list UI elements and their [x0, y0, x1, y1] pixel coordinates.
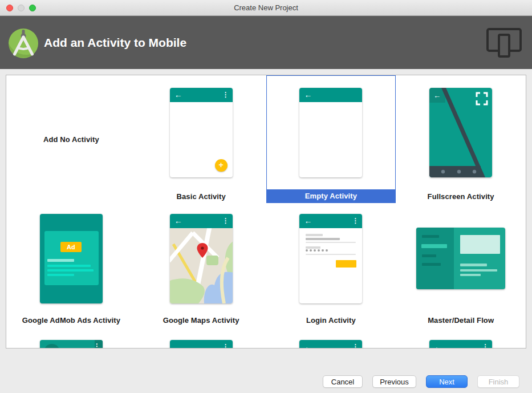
template-cell-basic-activity[interactable]: ← ⋮ + Basic Activity [136, 75, 266, 203]
placeholder-line [47, 269, 94, 272]
detail-hero-box [460, 235, 500, 254]
gallery-grid: Add No Activity ← ⋮ + Basic Activity ← [6, 75, 526, 349]
placeholder-line [47, 265, 91, 267]
placeholder-line [47, 259, 74, 262]
basic-activity-thumbnail: ← ⋮ + [170, 88, 233, 177]
activity-thumbnail: ← ⋮ [429, 340, 492, 349]
template-cell-google-maps-activity[interactable]: ← ⋮ [136, 203, 266, 334]
placeholder-line [460, 264, 487, 266]
zoom-button[interactable] [29, 5, 36, 11]
back-arrow-icon: ← [174, 90, 182, 100]
placeholder-line [460, 269, 497, 272]
android-studio-logo-icon [8, 27, 39, 59]
ad-badge: Ad [60, 242, 82, 252]
password-dots [306, 249, 328, 252]
back-arrow-icon: ← [304, 216, 312, 226]
placeholder-line [306, 234, 323, 236]
window-controls [6, 5, 36, 11]
app-bar: ← ⋮ [170, 214, 233, 228]
template-label: Fullscreen Activity [396, 190, 526, 203]
maps-activity-thumbnail: ← ⋮ [170, 214, 233, 303]
wizard-header: Add an Activity to Mobile [0, 16, 532, 69]
template-label: Master/Detail Flow [396, 314, 526, 327]
placeholder-line [422, 235, 439, 238]
footer-buttons: Cancel Previous Next Finish [323, 375, 519, 388]
app-bar: ← [299, 88, 362, 102]
template-label: Google Maps Activity [136, 314, 266, 327]
minimize-button [18, 5, 25, 11]
activity-gallery: Add No Activity ← ⋮ + Basic Activity ← [6, 75, 526, 349]
previous-button[interactable]: Previous [372, 375, 416, 388]
master-list-panel [416, 228, 454, 289]
template-cell-row3-activity-3[interactable]: ← ⋮ [266, 334, 396, 349]
wizard-footer: Cancel Previous Next Finish [0, 349, 532, 393]
cancel-button[interactable]: Cancel [323, 375, 363, 388]
overflow-menu-icon: ⋮ [222, 342, 229, 349]
next-button[interactable]: Next [426, 375, 468, 388]
fab-plus-icon: + [215, 159, 228, 172]
template-cell-add-no-activity[interactable]: Add No Activity [6, 75, 136, 203]
close-button[interactable] [6, 5, 13, 11]
login-activity-thumbnail: ← ⋮ [299, 214, 362, 303]
placeholder-line [422, 254, 436, 257]
page-title: Add an Activity to Mobile [44, 36, 186, 50]
drawer-avatar-circle [44, 344, 60, 349]
template-label: Add No Activity [6, 75, 136, 203]
overflow-menu-icon: ⋮ [222, 90, 229, 99]
admob-activity-thumbnail: Ad [40, 214, 103, 303]
template-cell-row3-activity-4[interactable]: ← ⋮ [396, 334, 526, 349]
window-title: Create New Project [0, 3, 532, 12]
app-bar: ← ⋮ [170, 88, 233, 102]
template-cell-google-admob-ads-activity[interactable]: Ad Google AdMob Ads Activity [6, 203, 136, 334]
overflow-menu-icon: ⋮ [222, 216, 229, 225]
placeholder-line [460, 274, 481, 276]
overflow-menu-icon: ⋮ [482, 342, 489, 349]
template-cell-navigation-drawer-activity[interactable]: ⋮ [6, 334, 136, 349]
back-arrow-icon: ← [433, 91, 441, 100]
template-label: Basic Activity [136, 190, 266, 203]
template-cell-login-activity[interactable]: ← ⋮ Login Activity [266, 203, 396, 334]
placeholder-line [422, 263, 441, 266]
placeholder-line [306, 246, 320, 249]
template-label-selected: Empty Activity [267, 189, 396, 202]
overflow-menu-icon: ⋮ [352, 216, 359, 225]
template-cell-scrolling-activity[interactable]: ⋮ [136, 334, 266, 349]
drawer-right-strip: ⋮ [95, 340, 103, 349]
login-button-graphic [336, 260, 356, 268]
tablet-phone-form-factor-icon [486, 28, 522, 58]
template-label: Login Activity [266, 314, 396, 327]
template-cell-master-detail-flow[interactable]: Master/Detail Flow [396, 203, 526, 334]
app-bar: ← ⋮ [299, 214, 362, 228]
overflow-menu-icon: ⋮ [94, 342, 100, 349]
back-arrow-icon: ← [304, 342, 312, 349]
fullscreen-activity-thumbnail: ← [429, 88, 492, 177]
back-arrow-icon: ← [174, 216, 182, 226]
template-cell-empty-activity[interactable]: ← Empty Activity [266, 75, 396, 203]
master-detail-thumbnail [416, 228, 505, 289]
window-titlebar: Create New Project [0, 0, 532, 16]
map-graphic [170, 228, 233, 303]
finish-button: Finish [477, 375, 519, 388]
app-bar: ⋮ [170, 340, 233, 349]
back-arrow-icon: ← [304, 90, 312, 100]
app-bar: ← ⋮ [299, 340, 362, 349]
activity-thumbnail: ← ⋮ [299, 340, 362, 349]
overflow-menu-icon: ⋮ [352, 342, 359, 349]
ad-content-panel: Ad [44, 231, 99, 285]
app-bar: ← ⋮ [429, 340, 492, 349]
empty-activity-thumbnail: ← [299, 88, 362, 177]
scrolling-activity-thumbnail: ⋮ [170, 340, 233, 349]
template-cell-fullscreen-activity[interactable]: ← Fullscreen Activity [396, 75, 526, 203]
placeholder-line [47, 274, 74, 276]
back-arrow-icon: ← [434, 342, 442, 349]
field-underline [306, 242, 356, 243]
drawer-activity-thumbnail: ⋮ [40, 340, 103, 349]
selected-list-item [421, 244, 447, 248]
template-label: Google AdMob Ads Activity [6, 314, 136, 327]
field-underline [306, 254, 356, 255]
placeholder-line [306, 238, 340, 240]
